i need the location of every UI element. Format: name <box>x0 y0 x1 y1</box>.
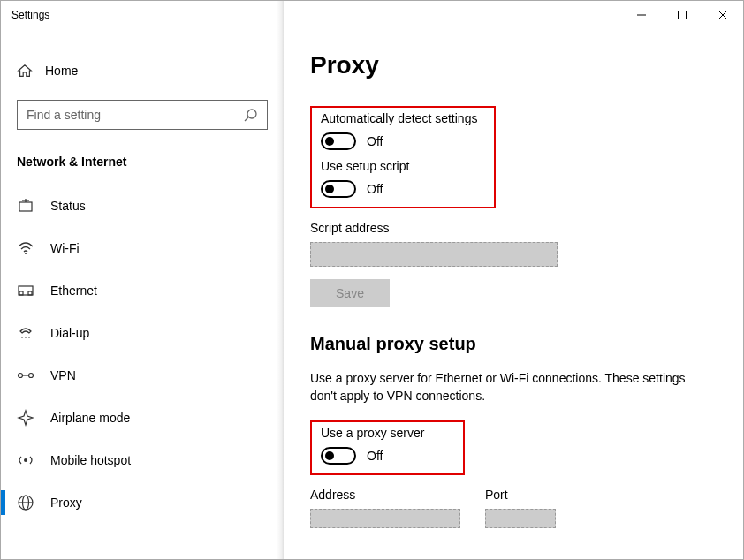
script-address-input <box>310 242 558 267</box>
sidebar-item-hotspot[interactable]: Mobile hotspot <box>1 439 284 481</box>
titlebar: Settings <box>1 1 743 29</box>
sidebar-item-ethernet[interactable]: Ethernet <box>1 269 284 312</box>
svg-rect-6 <box>19 202 32 211</box>
sidebar-item-label: Status <box>50 199 86 213</box>
svg-point-9 <box>25 253 27 254</box>
manual-description: Use a proxy server for Ethernet or Wi-Fi… <box>310 370 699 405</box>
auto-detect-label: Automatically detect settings <box>321 111 485 125</box>
setup-script-state: Off <box>367 182 383 196</box>
sidebar-item-airplane[interactable]: Airplane mode <box>1 397 284 439</box>
svg-point-14 <box>25 337 27 338</box>
auto-detect-state: Off <box>367 134 383 148</box>
ethernet-icon <box>17 282 34 299</box>
svg-rect-1 <box>679 11 687 19</box>
window-controls <box>621 1 743 29</box>
sidebar-item-label: Airplane mode <box>50 411 130 425</box>
hotspot-icon <box>17 451 34 469</box>
svg-point-16 <box>19 374 23 378</box>
sidebar-item-label: Mobile hotspot <box>50 453 131 467</box>
svg-point-15 <box>28 337 30 338</box>
search-input[interactable] <box>27 108 244 122</box>
search-box[interactable] <box>17 100 268 130</box>
sidebar-item-wifi[interactable]: Wi-Fi <box>1 227 284 269</box>
window-title: Settings <box>11 9 49 21</box>
sidebar-item-label: Dial-up <box>50 326 89 340</box>
wifi-icon <box>17 239 34 257</box>
minimize-icon <box>637 11 646 19</box>
auto-detect-toggle[interactable] <box>321 132 356 150</box>
manual-heading: Manual proxy setup <box>310 334 717 354</box>
home-icon <box>17 63 33 79</box>
port-label: Port <box>485 488 556 502</box>
toggle-knob <box>325 451 334 460</box>
page-title: Proxy <box>310 51 717 79</box>
toggle-knob <box>325 185 334 193</box>
use-proxy-toggle[interactable] <box>321 447 356 465</box>
nav-home[interactable]: Home <box>1 56 284 86</box>
sidebar-item-dialup[interactable]: Dial-up <box>1 312 284 354</box>
close-icon <box>718 11 727 19</box>
close-button[interactable] <box>702 1 743 29</box>
sidebar-item-vpn[interactable]: VPN <box>1 354 284 397</box>
sidebar-section-title: Network & Internet <box>1 148 284 185</box>
sidebar-item-status[interactable]: Status <box>1 185 284 227</box>
address-label: Address <box>310 488 460 502</box>
maximize-button[interactable] <box>662 1 702 29</box>
use-proxy-state: Off <box>367 449 383 463</box>
maximize-icon <box>678 11 687 19</box>
status-icon <box>17 197 34 215</box>
svg-point-17 <box>29 374 34 378</box>
content: Proxy Automatically detect settings Off … <box>284 29 743 559</box>
setup-script-label: Use setup script <box>321 159 485 173</box>
sidebar-item-label: Proxy <box>50 496 82 510</box>
dialup-icon <box>17 324 34 342</box>
script-address-label: Script address <box>310 221 717 235</box>
vpn-icon <box>17 367 34 384</box>
sidebar: Home Network & Internet Status Wi-Fi Eth… <box>1 29 284 559</box>
save-button[interactable]: Save <box>310 279 390 307</box>
svg-point-13 <box>21 337 23 338</box>
search-icon <box>244 108 258 122</box>
sidebar-item-label: VPN <box>50 368 76 382</box>
nav-home-label: Home <box>45 64 78 78</box>
svg-point-4 <box>247 110 256 118</box>
port-input <box>485 509 556 528</box>
proxy-icon <box>17 494 34 511</box>
svg-rect-11 <box>19 291 23 295</box>
address-input <box>310 509 460 528</box>
airplane-icon <box>17 409 34 427</box>
minimize-button[interactable] <box>621 1 662 29</box>
toggle-knob <box>325 137 334 146</box>
sidebar-item-label: Ethernet <box>50 284 97 298</box>
use-proxy-label: Use a proxy server <box>321 426 454 440</box>
svg-rect-12 <box>28 291 32 295</box>
highlight-box-auto: Automatically detect settings Off Use se… <box>310 106 496 208</box>
svg-line-5 <box>245 117 248 121</box>
sidebar-item-label: Wi-Fi <box>50 241 80 255</box>
highlight-box-manual: Use a proxy server Off <box>310 420 465 475</box>
svg-point-19 <box>24 458 27 462</box>
setup-script-toggle[interactable] <box>321 180 356 198</box>
svg-rect-10 <box>19 286 33 295</box>
sidebar-item-proxy[interactable]: Proxy <box>1 481 284 524</box>
